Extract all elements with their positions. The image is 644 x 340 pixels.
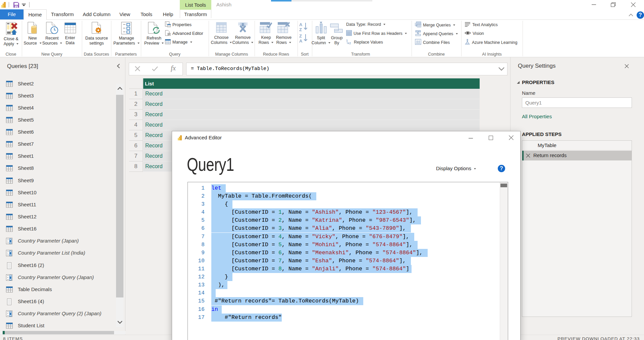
svg-text:Z: Z <box>299 33 302 39</box>
svg-text:Z: Z <box>299 27 302 31</box>
svg-text:1: 1 <box>346 39 348 42</box>
svg-text:2: 2 <box>349 42 351 45</box>
svg-text:A: A <box>299 39 303 43</box>
svg-text:A: A <box>299 22 303 27</box>
